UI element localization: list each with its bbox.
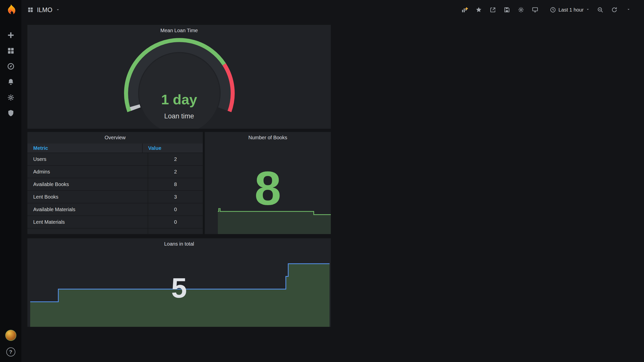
- sidebar: ?: [0, 0, 21, 362]
- panel-overview: Overview Metric Value Users 2 Admins 2 A…: [27, 132, 203, 234]
- time-range-label: Last 1 hour: [558, 7, 584, 13]
- grafana-logo[interactable]: [4, 4, 17, 17]
- loans-stat-value: 5: [27, 274, 331, 302]
- panel-settings-button[interactable]: [515, 4, 527, 15]
- add-panel-button[interactable]: [459, 4, 470, 15]
- plus-icon: [7, 31, 15, 39]
- value-cell: 2: [148, 166, 203, 178]
- value-cell: 3: [148, 191, 203, 203]
- time-range-caret-icon: [586, 8, 590, 12]
- bell-icon: [7, 78, 15, 86]
- value-cell: 8: [148, 178, 203, 190]
- table-row: Lent Materials 0: [27, 216, 203, 229]
- save-button[interactable]: [501, 4, 512, 15]
- help-glyph: ?: [9, 349, 12, 355]
- navbar-right: Last 1 hour: [459, 4, 634, 15]
- value-cell: 0: [148, 216, 203, 228]
- sidebar-item-configuration[interactable]: [5, 92, 17, 103]
- share-icon: [490, 7, 496, 13]
- sidebar-item-server-admin[interactable]: [5, 108, 17, 119]
- zoom-out-icon: [597, 7, 603, 13]
- table-header-row: Metric Value: [27, 144, 203, 153]
- panel-loans-in-total: Loans in total 5: [27, 238, 331, 327]
- panel-title-mean-loan-time[interactable]: Mean Loan Time: [27, 25, 331, 36]
- share-button[interactable]: [487, 4, 498, 15]
- add-panel-icon: [461, 7, 468, 13]
- column-header-metric[interactable]: Metric: [27, 144, 143, 153]
- metric-cell: Available Materials: [27, 203, 148, 215]
- grafana-app: ? ILMO: [0, 0, 644, 362]
- star-button[interactable]: [473, 4, 484, 15]
- table-row: Available Books 8: [27, 178, 203, 191]
- sidebar-item-dashboards[interactable]: [5, 45, 17, 56]
- panel-title-number-of-books[interactable]: Number of Books: [205, 132, 331, 143]
- column-header-value[interactable]: Value: [143, 144, 203, 153]
- refresh-button[interactable]: [609, 4, 620, 15]
- shield-icon: [7, 109, 15, 117]
- sidebar-bottom: ?: [5, 330, 16, 356]
- table-row: Available Materials 0: [27, 203, 203, 216]
- table-row: Lent Books 3: [27, 191, 203, 203]
- time-range-button[interactable]: Last 1 hour: [548, 4, 592, 15]
- gear-icon: [518, 7, 524, 13]
- overview-table: Metric Value Users 2 Admins 2 Available …: [27, 144, 203, 234]
- metric-cell: Lent Materials: [27, 216, 148, 228]
- panel-mean-loan-time: Mean Loan Time 1 day Loan time: [27, 25, 331, 129]
- panel-title-loans-in-total[interactable]: Loans in total: [27, 238, 331, 249]
- navbar-left: ILMO: [27, 6, 60, 14]
- dashboard-squares-icon: [27, 7, 33, 13]
- gauge-label: Loan time: [27, 112, 331, 120]
- table-row: Admins 2: [27, 166, 203, 178]
- dashboard-caret-icon[interactable]: [56, 8, 60, 12]
- panel-title-overview[interactable]: Overview: [27, 132, 203, 143]
- dashboard-title[interactable]: ILMO: [37, 6, 52, 14]
- sidebar-item-explore[interactable]: [5, 61, 17, 72]
- value-cell: 2: [148, 153, 203, 165]
- value-cell: 0: [148, 203, 203, 215]
- zoom-out-button[interactable]: [595, 4, 606, 15]
- table-row-empty: [27, 229, 203, 234]
- clock-icon: [550, 7, 556, 13]
- books-stat-value: 8: [205, 164, 331, 212]
- star-icon: [475, 7, 482, 13]
- refresh-icon: [611, 7, 618, 13]
- metric-cell: Admins: [27, 166, 148, 178]
- sidebar-item-alerting[interactable]: [5, 76, 17, 87]
- metric-cell: Available Books: [27, 178, 148, 190]
- metric-cell: Users: [27, 153, 148, 165]
- save-icon: [504, 7, 510, 13]
- panel-number-of-books: Number of Books 8: [205, 132, 331, 234]
- refresh-interval-caret-icon: [627, 8, 630, 12]
- cycle-view-button[interactable]: [530, 4, 541, 15]
- navbar: ILMO: [21, 0, 644, 20]
- compass-icon: [7, 63, 15, 70]
- sidebar-nav: [5, 30, 17, 119]
- monitor-icon: [532, 7, 538, 13]
- user-avatar[interactable]: [5, 330, 16, 341]
- grafana-flame-icon: [4, 4, 17, 17]
- gear-icon: [7, 94, 15, 101]
- refresh-interval-button[interactable]: [623, 4, 634, 15]
- table-row: Users 2: [27, 153, 203, 166]
- sidebar-item-create[interactable]: [5, 30, 17, 41]
- gauge-value: 1 day: [27, 91, 331, 108]
- dashboards-icon: [7, 47, 15, 55]
- metric-cell: Lent Books: [27, 191, 148, 203]
- help-icon[interactable]: ?: [6, 347, 15, 356]
